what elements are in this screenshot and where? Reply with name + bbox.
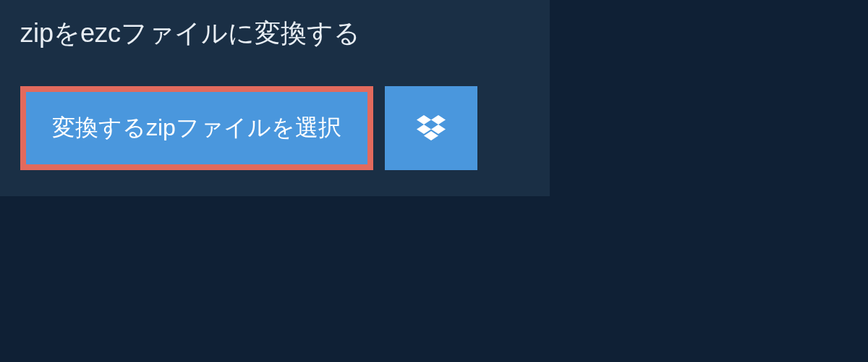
dropbox-icon: [417, 115, 446, 141]
select-file-button[interactable]: 変換するzipファイルを選択: [20, 86, 373, 170]
dropbox-button[interactable]: [385, 86, 477, 170]
page-title: zipをezcファイルに変換する: [20, 16, 360, 51]
converter-panel: zipをezcファイルに変換する 変換するzipファイルを選択: [0, 0, 550, 196]
select-file-button-label: 変換するzipファイルを選択: [52, 112, 341, 144]
title-bar: zipをezcファイルに変換する: [20, 0, 380, 66]
button-row: 変換するzipファイルを選択: [20, 86, 529, 170]
